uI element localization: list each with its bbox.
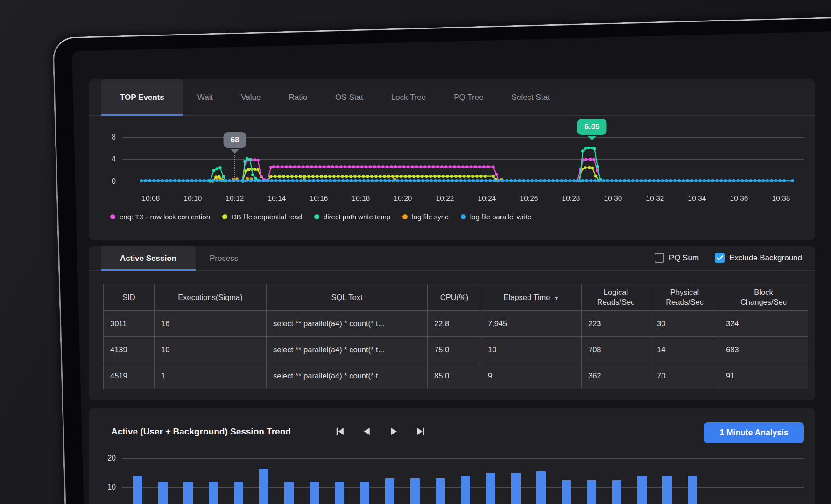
checkbox-pq-sum[interactable]: PQ Sum <box>655 253 699 263</box>
x-axis-label: 10:10 <box>184 194 202 203</box>
table-cell: 3011 <box>104 311 155 337</box>
table-cell: 70 <box>650 363 719 389</box>
trend-bar <box>688 476 697 504</box>
gridline <box>122 458 804 459</box>
trend-bar <box>183 482 193 504</box>
table-head: SIDExecutions(Sigma)SQL TextCPU(%)Elapse… <box>104 284 808 311</box>
table-cell: select ** parallel(a4) * count(* t... <box>267 337 428 363</box>
column-header-elapsed-time[interactable]: Elapsed Time▼ <box>481 284 582 311</box>
trend-bar <box>461 476 470 504</box>
play-icon <box>388 426 400 437</box>
trend-bar <box>360 482 369 504</box>
badge-arrow <box>588 136 596 145</box>
x-axis-label: 10:14 <box>268 194 286 203</box>
tab-process[interactable]: Process <box>196 246 252 271</box>
x-axis-label: 10:16 <box>310 194 328 203</box>
x-axis-label: 10:32 <box>646 194 664 203</box>
table-cell: 22.8 <box>428 311 481 337</box>
x-axis-label: 10:08 <box>142 194 160 203</box>
table-cell: 14 <box>650 337 719 363</box>
top-events-panel: TOP EventsWaitValueRatioOS StatLock Tree… <box>89 79 815 240</box>
table-cell: 362 <box>582 363 650 389</box>
x-axis-label: 10:30 <box>604 194 622 203</box>
table-cell: 9 <box>481 363 582 389</box>
trend-bar <box>158 482 168 504</box>
x-axis-label: 10:34 <box>688 194 706 203</box>
trend-bar <box>234 482 243 504</box>
legend-label: log file sync <box>412 213 448 221</box>
session-options: PQ SumExclude Background <box>655 253 802 263</box>
trend-bar <box>133 476 142 504</box>
legend-item-db-file-sequential-read[interactable]: DB file sequential read <box>222 213 302 221</box>
table-cell: select ** parallel(a4) * count(* t... <box>267 363 428 389</box>
x-axis-label: 10:20 <box>394 194 412 203</box>
table-cell: 91 <box>719 363 808 389</box>
column-header-block[interactable]: Block Changes/Sec <box>719 284 808 311</box>
table-cell: 4519 <box>104 363 155 389</box>
skip-to-end-button[interactable] <box>415 425 427 438</box>
legend-label: direct path write temp <box>324 213 390 221</box>
table-cell: 1 <box>155 363 267 389</box>
column-header-sql-text[interactable]: SQL Text <box>267 284 428 311</box>
table-row[interactable]: 301116select ** parallel(a4) * count(* t… <box>104 311 808 337</box>
checked-checkbox-icon[interactable] <box>715 253 725 263</box>
trend-bar <box>637 476 647 504</box>
column-header-executions-sigma[interactable]: Executions(Sigma) <box>155 284 267 311</box>
table-cell: 10 <box>155 337 267 363</box>
db-file-sequential-read-dot-icon <box>222 214 227 219</box>
column-header-sid[interactable]: SID <box>104 284 155 311</box>
active-session-table: SIDExecutions(Sigma)SQL TextCPU(%)Elapse… <box>103 284 808 389</box>
table-cell: 223 <box>582 311 650 337</box>
x-axis-label: 10:24 <box>478 194 496 203</box>
sort-desc-icon[interactable]: ▼ <box>554 295 559 301</box>
x-axis-label: 10:28 <box>562 194 580 203</box>
session-tabbar: Active SessionProcess <box>101 246 252 271</box>
log-file-sync-dot-icon <box>402 214 408 219</box>
column-header-cpu[interactable]: CPU(%) <box>428 284 481 311</box>
x-axis-label: 10:12 <box>226 194 244 203</box>
x-axis-label: 10:36 <box>730 194 748 203</box>
trend-bar <box>209 482 218 504</box>
trend-bar <box>436 478 445 504</box>
checkbox-label: Exclude Background <box>729 253 802 263</box>
legend-item-log-file-sync[interactable]: log file sync <box>402 213 448 221</box>
direct-path-write-temp-dot-icon <box>314 214 319 219</box>
playback-controls <box>333 425 427 438</box>
y-axis-label: 10 <box>94 483 116 491</box>
one-minute-analysis-button[interactable]: 1 Minute Analysis <box>704 422 804 443</box>
trend-title: Active (User + Background) Session Trend <box>111 427 291 437</box>
table-body: 301116select ** parallel(a4) * count(* t… <box>104 311 808 389</box>
legend-label: log file parallel write <box>470 213 532 221</box>
step-back-icon <box>361 426 373 437</box>
trend-bar <box>284 482 294 504</box>
table-cell: 683 <box>719 337 808 363</box>
header-row: SIDExecutions(Sigma)SQL TextCPU(%)Elapse… <box>104 284 808 311</box>
table-cell: 85.0 <box>428 363 481 389</box>
column-header-physical[interactable]: Physical Reads/Sec <box>650 284 719 311</box>
y-axis-label: 20 <box>94 454 116 462</box>
session-trend-panel: Active (User + Background) Session Trend… <box>89 408 815 504</box>
trend-bar <box>259 469 268 504</box>
step-back-button[interactable] <box>360 425 373 438</box>
log-file-parallel-write-dot-icon <box>461 214 466 219</box>
trend-bar <box>486 473 495 504</box>
legend-item-enq-tx-row-lock-contention[interactable]: enq: TX - row lock contention <box>110 213 210 221</box>
play-button[interactable] <box>387 425 400 438</box>
unchecked-checkbox-icon[interactable] <box>655 253 664 263</box>
checkbox-exclude-background[interactable]: Exclude Background <box>715 253 802 263</box>
table-row[interactable]: 45191select ** parallel(a4) * count(* t.… <box>104 363 808 389</box>
checkbox-label: PQ Sum <box>669 253 699 263</box>
skip-to-start-button[interactable] <box>333 425 346 438</box>
screenshot-stage: TOP EventsWaitValueRatioOS StatLock Tree… <box>0 0 831 504</box>
trend-bar <box>612 480 621 504</box>
enq-tx-row-lock-contention-dot-icon <box>110 214 115 219</box>
trend-bar <box>587 480 596 504</box>
tab-active-session[interactable]: Active Session <box>101 246 196 271</box>
skip-to-start-icon <box>334 426 345 437</box>
x-axis-label: 10:18 <box>352 194 370 203</box>
table-row[interactable]: 413910select ** parallel(a4) * count(* t… <box>104 337 808 363</box>
legend-item-direct-path-write-temp[interactable]: direct path write temp <box>314 213 390 221</box>
legend-item-log-file-parallel-write[interactable]: log file parallel write <box>461 213 532 221</box>
active-session-panel: Active SessionProcess PQ SumExclude Back… <box>89 246 815 400</box>
column-header-logical[interactable]: Logical Reads/Sec <box>582 284 650 311</box>
